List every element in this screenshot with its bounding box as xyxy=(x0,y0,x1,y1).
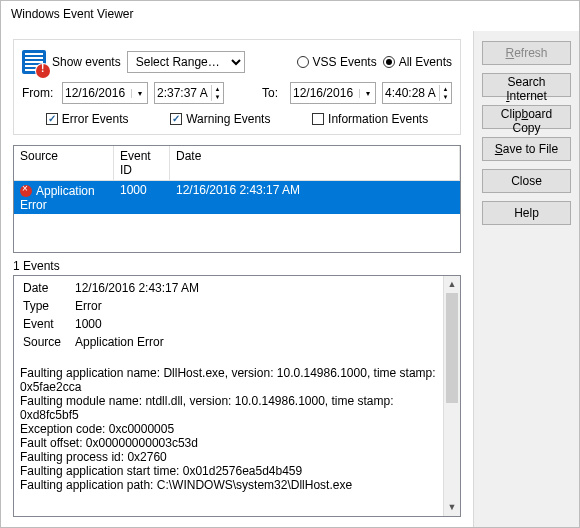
save-to-file-button[interactable]: Save to File xyxy=(482,137,571,161)
scroll-down-icon[interactable]: ▼ xyxy=(444,499,460,516)
event-viewer-window: Windows Event Viewer Show events Select … xyxy=(0,0,580,528)
button-panel: Refresh Search Internet Clipboard Copy S… xyxy=(473,31,579,527)
spin-down-icon[interactable]: ▼ xyxy=(439,93,451,101)
to-label: To: xyxy=(262,86,284,100)
from-date-input[interactable]: ▾ xyxy=(62,82,148,104)
details-table: Date12/16/2016 2:43:17 AM TypeError Even… xyxy=(20,278,202,352)
from-label: From: xyxy=(22,86,56,100)
col-source[interactable]: Source xyxy=(14,146,114,180)
scroll-thumb[interactable] xyxy=(446,293,458,403)
refresh-button[interactable]: Refresh xyxy=(482,41,571,65)
vss-events-radio[interactable]: VSS Events xyxy=(297,55,377,69)
window-title: Windows Event Viewer xyxy=(11,7,134,21)
spin-up-icon[interactable]: ▲ xyxy=(211,85,223,93)
chevron-down-icon[interactable]: ▾ xyxy=(131,89,147,98)
scrollbar[interactable]: ▲ ▼ xyxy=(443,276,460,516)
help-button[interactable]: Help xyxy=(482,201,571,225)
col-event-id[interactable]: Event ID xyxy=(114,146,170,180)
events-icon xyxy=(22,50,46,74)
title-bar: Windows Event Viewer xyxy=(1,1,579,31)
list-header: Source Event ID Date xyxy=(14,146,460,181)
chevron-down-icon[interactable]: ▾ xyxy=(359,89,375,98)
event-list[interactable]: Source Event ID Date Application Error 1… xyxy=(13,145,461,253)
event-details[interactable]: Date12/16/2016 2:43:17 AM TypeError Even… xyxy=(13,275,461,517)
details-body: Faulting application name: DllHost.exe, … xyxy=(20,366,454,492)
all-events-radio[interactable]: All Events xyxy=(383,55,452,69)
search-internet-button[interactable]: Search Internet xyxy=(482,73,571,97)
clipboard-copy-button[interactable]: Clipboard Copy xyxy=(482,105,571,129)
to-time-input[interactable]: ▲▼ xyxy=(382,82,452,104)
col-date[interactable]: Date xyxy=(170,146,460,180)
information-events-checkbox[interactable]: Information Events xyxy=(312,112,428,126)
range-select[interactable]: Select Range… xyxy=(127,51,245,73)
to-date-input[interactable]: ▾ xyxy=(290,82,376,104)
error-icon xyxy=(20,185,32,197)
from-time-input[interactable]: ▲▼ xyxy=(154,82,224,104)
scroll-up-icon[interactable]: ▲ xyxy=(444,276,460,293)
event-count: 1 Events xyxy=(13,259,461,273)
warning-events-checkbox[interactable]: Warning Events xyxy=(170,112,270,126)
close-button[interactable]: Close xyxy=(482,169,571,193)
show-events-label: Show events xyxy=(52,55,121,69)
table-row[interactable]: Application Error 1000 12/16/2016 2:43:1… xyxy=(14,181,460,214)
spin-down-icon[interactable]: ▼ xyxy=(211,93,223,101)
filter-group: Show events Select Range… VSS Events All… xyxy=(13,39,461,135)
spin-up-icon[interactable]: ▲ xyxy=(439,85,451,93)
error-events-checkbox[interactable]: Error Events xyxy=(46,112,129,126)
